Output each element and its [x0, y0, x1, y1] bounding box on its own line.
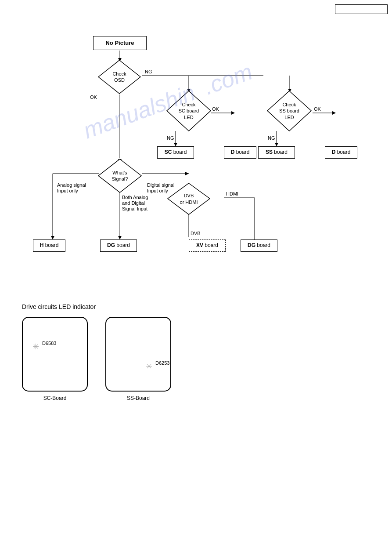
svg-text:NG: NG: [268, 135, 275, 141]
svg-text:Input only: Input only: [57, 188, 78, 193]
sc-board-box: SC board: [157, 146, 194, 159]
check-ss-diamond: Check SS board LED: [266, 90, 312, 132]
svg-text:Input only: Input only: [147, 188, 168, 193]
sc-board-led-id: D6583: [42, 341, 56, 346]
d-board1-label-bold: D: [231, 149, 235, 156]
svg-marker-11: [174, 143, 177, 146]
h-board-label-bold: H: [40, 242, 44, 249]
svg-text:OK: OK: [212, 106, 219, 112]
ss-board-led-id: D6253: [155, 360, 169, 366]
ss-board-label-bold: SS: [266, 149, 273, 156]
ss-board-label-text: board: [274, 149, 288, 156]
sc-board-item: ✳ D6583 SC-Board: [22, 317, 88, 401]
svg-marker-24: [51, 236, 54, 239]
d-board1-label-text: board: [236, 149, 250, 156]
no-picture-box: No Picture: [93, 36, 147, 50]
svg-text:NG: NG: [145, 69, 152, 74]
dg-board-box1: DG board: [100, 239, 137, 252]
h-board-label-text: board: [45, 242, 59, 249]
ss-board-rect: ✳ D6253: [105, 317, 171, 392]
svg-marker-46: [267, 91, 311, 131]
svg-text:DVB: DVB: [191, 231, 201, 236]
sc-board-label-bold: SC: [165, 149, 172, 156]
svg-marker-20: [332, 111, 336, 115]
svg-text:NG: NG: [167, 135, 174, 141]
dg-board1-label-text: board: [116, 242, 130, 249]
svg-marker-28: [185, 172, 189, 175]
svg-text:Signal Input: Signal Input: [122, 206, 147, 211]
led-section-title: Drive circuits LED indicator: [22, 303, 171, 310]
flowchart: NG NG OK NG OK Analog signal Input only: [0, 26, 392, 299]
svg-text:HDMI: HDMI: [226, 191, 238, 196]
boards-container: ✳ D6583 SC-Board ✳ D6253 SS-Board: [22, 317, 171, 401]
svg-text:Analog signal: Analog signal: [57, 182, 86, 188]
ss-board-label: SS-Board: [127, 395, 150, 401]
dg-board1-label-bold: DG: [107, 242, 115, 249]
ok-label-osd: OK: [90, 94, 97, 100]
d-board2-label-bold: D: [332, 149, 336, 156]
sc-board-rect: ✳ D6583: [22, 317, 88, 392]
svg-marker-47: [98, 159, 141, 192]
check-sc-diamond: Check SC board LED: [166, 90, 212, 132]
dg-board2-label-bold: DG: [248, 242, 255, 249]
sc-board-led-icon: ✳: [32, 342, 39, 352]
check-osd-diamond: Check OSD: [97, 59, 141, 94]
d-board-box2: D board: [325, 146, 357, 159]
ss-board-item: ✳ D6253 SS-Board: [105, 317, 171, 401]
xv-board-label-text: board: [205, 242, 218, 249]
svg-marker-17: [275, 143, 278, 146]
svg-marker-48: [168, 183, 210, 214]
svg-marker-14: [231, 111, 235, 115]
d-board-box1: D board: [224, 146, 256, 159]
d-board2-label-text: board: [337, 149, 351, 156]
sc-board-label: SC-Board: [43, 395, 67, 401]
svg-marker-32: [118, 236, 122, 239]
ss-board-box: SS board: [258, 146, 295, 159]
svg-marker-44: [98, 60, 140, 94]
sc-board-label-text: board: [173, 149, 187, 156]
svg-text:and Digital: and Digital: [122, 200, 145, 206]
h-board-box: H board: [33, 239, 65, 252]
dg-board2-label-text: board: [257, 242, 270, 249]
led-section: Drive circuits LED indicator ✳ D6583 SC-…: [22, 303, 171, 401]
dg-board-box2: DG board: [241, 239, 277, 252]
svg-text:OK: OK: [314, 106, 321, 112]
xv-board-box: XV board: [189, 239, 226, 252]
xv-board-label-bold: XV: [196, 242, 203, 249]
top-right-box: [335, 4, 388, 14]
dvb-hdmi-diamond: DVB or HDMI: [167, 182, 211, 215]
whats-signal-diamond: What's Signal?: [97, 158, 142, 193]
ss-board-led-icon: ✳: [146, 362, 152, 371]
svg-text:Both Analog: Both Analog: [122, 195, 148, 200]
svg-marker-45: [167, 91, 211, 131]
